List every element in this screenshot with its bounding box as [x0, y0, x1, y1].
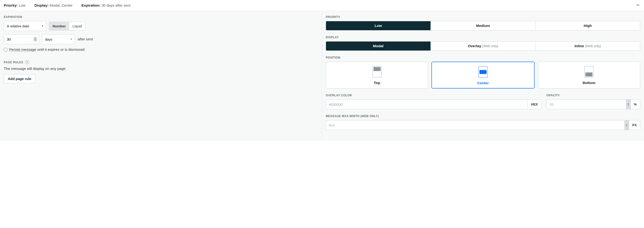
opacity-stepper[interactable]: ▲ ▼	[626, 100, 630, 109]
expiration-format-segmented: Number Liquid	[49, 22, 86, 31]
overlay-color-section: OVERLAY COLOR HEX	[326, 94, 541, 109]
stepper-down-icon: ▼	[34, 39, 36, 41]
display-inline[interactable]: Inline (Web only)	[536, 42, 640, 51]
format-number[interactable]: Number	[49, 22, 69, 30]
priority-section: PRIORITY Low Medium High	[326, 15, 640, 31]
stepper-up-icon: ▲	[626, 124, 628, 125]
opacity-label: OPACITY	[546, 94, 640, 97]
persist-underline: Persist message	[9, 47, 36, 51]
expiration-unit-select[interactable]: days ▼	[42, 34, 75, 44]
expiration-amount-wrap: ▲ ▼	[4, 34, 39, 44]
right-panel: PRIORITY Low Medium High DISPLAY Modal O…	[322, 11, 644, 141]
stepper-down-icon: ▼	[626, 125, 628, 127]
expiration-type-select[interactable]: A relative date ▼	[4, 21, 46, 31]
opacity-suffix: %	[630, 100, 640, 109]
expiration-label: EXPIRATION	[4, 15, 318, 19]
stepper-down-icon: ▼	[628, 104, 629, 106]
max-width-label: MESSAGE MAX-WIDTH (WEB ONLY)	[326, 115, 640, 118]
display-overlay[interactable]: Overlay (Web only)	[431, 42, 536, 51]
max-width-stepper[interactable]: ▲ ▼	[624, 120, 629, 130]
summary-display-value: Modal, Center	[50, 3, 72, 7]
after-sent-text: after sent	[78, 37, 93, 41]
left-panel: EXPIRATION A relative date ▼ Number Liqu…	[0, 11, 322, 141]
position-bottom-icon	[584, 66, 594, 77]
priority-label: PRIORITY	[326, 15, 640, 19]
dropdown-icon: ▼	[42, 25, 44, 27]
max-width-input[interactable]	[326, 120, 624, 130]
collapse-icon[interactable]	[636, 3, 640, 8]
page-rules-description: The message will display on any page.	[4, 67, 318, 71]
summary-expiration-value: 30 days after sent	[102, 3, 130, 7]
persist-message-checkbox[interactable]	[4, 48, 7, 51]
add-page-rule-button[interactable]: Add page rule	[4, 74, 35, 83]
opacity-input[interactable]	[547, 100, 626, 109]
summary-expiration: Expiration: 30 days after sent	[82, 3, 130, 8]
expiration-section: EXPIRATION A relative date ▼ Number Liqu…	[4, 15, 318, 52]
stepper-up-icon: ▲	[34, 38, 36, 39]
overlay-opacity-row: OVERLAY COLOR HEX OPACITY ▲ ▼ %	[326, 94, 640, 109]
priority-medium[interactable]: Medium	[431, 21, 536, 30]
dropdown-icon: ▼	[70, 38, 72, 40]
priority-low[interactable]: Low	[326, 21, 431, 30]
position-section: POSITION Top Center Bottom	[326, 56, 640, 88]
display-section: DISPLAY Modal Overlay (Web only) Inline …	[326, 36, 640, 51]
page-rules-section: PAGE RULES ? The message will display on…	[4, 60, 318, 83]
summary-priority: Priority: Low	[4, 3, 26, 8]
display-inline-hint: (Web only)	[585, 44, 601, 48]
position-top-icon	[372, 66, 382, 77]
position-bottom[interactable]: Bottom	[538, 62, 640, 88]
display-group: Modal Overlay (Web only) Inline (Web onl…	[326, 41, 640, 51]
opacity-section: OPACITY ▲ ▼ %	[546, 94, 640, 109]
priority-high[interactable]: High	[536, 21, 640, 30]
display-label: DISPLAY	[326, 36, 640, 39]
summary-display-label: Display:	[34, 3, 48, 7]
help-icon[interactable]: ?	[25, 60, 29, 64]
summary-expiration-label: Expiration:	[82, 3, 100, 7]
display-inline-text: Inline	[574, 44, 584, 48]
display-overlay-text: Overlay	[468, 44, 481, 48]
stepper-up-icon: ▲	[628, 103, 629, 104]
overlay-color-suffix: HEX	[528, 100, 541, 109]
summary-bar: Priority: Low Display: Modal, Center Exp…	[0, 0, 644, 11]
position-top[interactable]: Top	[326, 62, 428, 88]
overlay-color-input-wrap: HEX	[326, 99, 541, 109]
summary-priority-value: Low	[19, 3, 26, 7]
page-rules-label: PAGE RULES ?	[4, 60, 318, 64]
position-label: POSITION	[326, 56, 640, 59]
position-top-label: Top	[374, 81, 380, 85]
overlay-color-input[interactable]	[326, 100, 528, 109]
opacity-input-wrap: ▲ ▼ %	[546, 99, 640, 109]
position-center[interactable]: Center	[432, 62, 534, 88]
max-width-section: MESSAGE MAX-WIDTH (WEB ONLY) ▲ ▼ PX	[326, 115, 640, 130]
display-modal[interactable]: Modal	[326, 42, 431, 51]
position-center-icon	[478, 66, 488, 78]
format-liquid[interactable]: Liquid	[69, 22, 85, 30]
summary-display: Display: Modal, Center	[34, 3, 72, 8]
expiration-type-value: A relative date	[7, 24, 29, 28]
max-width-suffix: PX	[629, 120, 640, 130]
max-width-input-wrap: ▲ ▼ PX	[326, 120, 640, 130]
persist-rest: until it expires or is dismissed	[36, 47, 85, 51]
priority-group: Low Medium High	[326, 21, 640, 31]
overlay-color-label: OVERLAY COLOR	[326, 94, 541, 97]
position-center-label: Center	[477, 81, 489, 85]
expiration-unit-value: days	[45, 37, 52, 41]
position-bottom-label: Bottom	[582, 81, 595, 85]
page-rules-label-text: PAGE RULES	[4, 61, 23, 64]
summary-priority-label: Priority:	[4, 3, 18, 7]
number-stepper-icon[interactable]: ▲ ▼	[34, 37, 37, 42]
persist-message-label: Persist message until it expires or is d…	[9, 47, 84, 52]
display-overlay-hint: (Web only)	[482, 44, 498, 48]
